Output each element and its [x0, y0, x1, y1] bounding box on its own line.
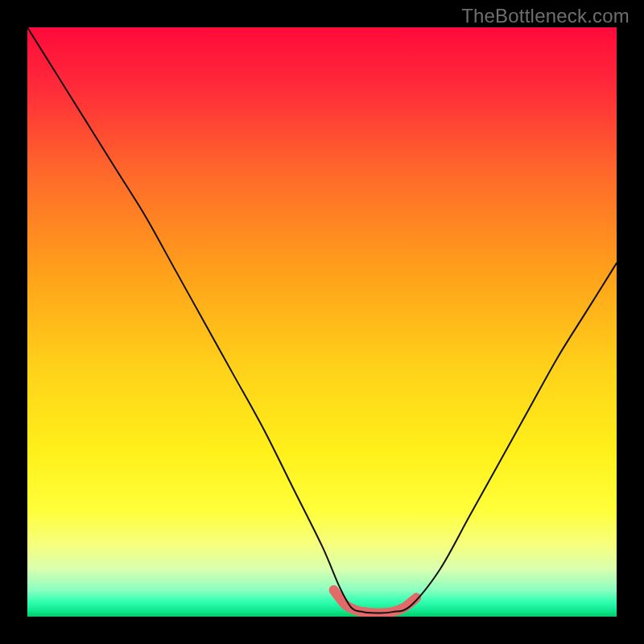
- watermark-text: TheBottleneck.com: [461, 5, 630, 27]
- bottleneck-curve: [27, 27, 617, 613]
- plot-area: [27, 27, 617, 617]
- curve-layer: [27, 27, 617, 617]
- chart-frame: TheBottleneck.com: [0, 0, 644, 644]
